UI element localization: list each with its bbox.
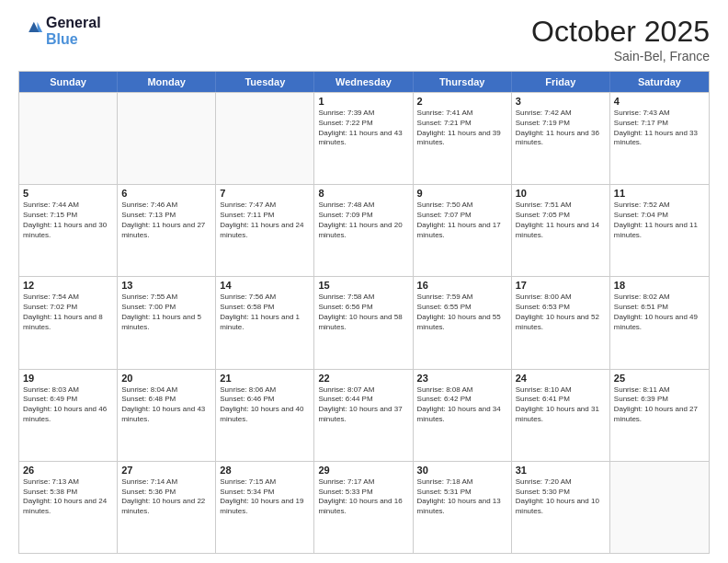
cell-text: Sunrise: 7:41 AM Sunset: 7:21 PM Dayligh… — [417, 109, 507, 148]
cell-text: Sunrise: 7:50 AM Sunset: 7:07 PM Dayligh… — [417, 201, 507, 240]
calendar-cell: 15Sunrise: 7:58 AM Sunset: 6:56 PM Dayli… — [314, 277, 413, 368]
calendar-cell: 26Sunrise: 7:13 AM Sunset: 5:38 PM Dayli… — [19, 462, 118, 553]
calendar-cell: 27Sunrise: 7:14 AM Sunset: 5:36 PM Dayli… — [118, 462, 216, 553]
day-number: 15 — [318, 280, 408, 291]
calendar-cell — [118, 93, 216, 184]
calendar-cell: 23Sunrise: 8:08 AM Sunset: 6:42 PM Dayli… — [414, 370, 512, 461]
month-title: October 2025 — [531, 15, 710, 49]
cell-text: Sunrise: 7:18 AM Sunset: 5:31 PM Dayligh… — [417, 477, 507, 517]
day-number: 13 — [121, 280, 211, 291]
page: General Blue October 2025 Sain-Bel, Fran… — [0, 0, 728, 563]
day-number: 10 — [516, 188, 606, 199]
calendar-cell: 31Sunrise: 7:20 AM Sunset: 5:30 PM Dayli… — [512, 462, 610, 553]
calendar-header: SundayMondayTuesdayWednesdayThursdayFrid… — [19, 72, 709, 92]
calendar-cell: 30Sunrise: 7:18 AM Sunset: 5:31 PM Dayli… — [414, 462, 512, 553]
calendar-cell: 8Sunrise: 7:48 AM Sunset: 7:09 PM Daylig… — [314, 185, 413, 276]
cell-text: Sunrise: 8:10 AM Sunset: 6:41 PM Dayligh… — [516, 385, 606, 425]
calendar-cell: 7Sunrise: 7:47 AM Sunset: 7:11 PM Daylig… — [216, 185, 314, 276]
calendar-cell: 11Sunrise: 7:52 AM Sunset: 7:04 PM Dayli… — [610, 185, 709, 276]
calendar-cell: 1Sunrise: 7:39 AM Sunset: 7:22 PM Daylig… — [314, 93, 413, 184]
weekday-header: Tuesday — [216, 72, 314, 92]
header: General Blue October 2025 Sain-Bel, Fran… — [18, 15, 710, 63]
day-number: 7 — [220, 188, 310, 199]
calendar-row: 19Sunrise: 8:03 AM Sunset: 6:49 PM Dayli… — [19, 369, 709, 461]
day-number: 19 — [23, 373, 113, 384]
title-block: October 2025 Sain-Bel, France — [531, 15, 710, 63]
cell-text: Sunrise: 7:54 AM Sunset: 7:02 PM Dayligh… — [23, 293, 113, 332]
weekday-header: Thursday — [414, 72, 512, 92]
day-number: 17 — [516, 280, 606, 291]
weekday-header: Saturday — [610, 72, 709, 92]
calendar-row: 26Sunrise: 7:13 AM Sunset: 5:38 PM Dayli… — [19, 461, 709, 553]
cell-text: Sunrise: 7:47 AM Sunset: 7:11 PM Dayligh… — [220, 201, 310, 240]
day-number: 24 — [516, 373, 606, 384]
cell-text: Sunrise: 7:44 AM Sunset: 7:15 PM Dayligh… — [23, 201, 113, 240]
weekday-header: Monday — [118, 72, 216, 92]
day-number: 30 — [417, 465, 507, 476]
calendar-cell: 5Sunrise: 7:44 AM Sunset: 7:15 PM Daylig… — [19, 185, 118, 276]
logo-line2: Blue — [46, 31, 101, 48]
calendar-cell: 16Sunrise: 7:59 AM Sunset: 6:55 PM Dayli… — [414, 277, 512, 368]
calendar-cell: 2Sunrise: 7:41 AM Sunset: 7:21 PM Daylig… — [414, 93, 512, 184]
cell-text: Sunrise: 7:17 AM Sunset: 5:33 PM Dayligh… — [318, 477, 408, 517]
cell-text: Sunrise: 8:00 AM Sunset: 6:53 PM Dayligh… — [516, 293, 606, 332]
calendar-cell: 17Sunrise: 8:00 AM Sunset: 6:53 PM Dayli… — [512, 277, 610, 368]
calendar-cell: 9Sunrise: 7:50 AM Sunset: 7:07 PM Daylig… — [414, 185, 512, 276]
day-number: 4 — [614, 96, 705, 107]
cell-text: Sunrise: 7:14 AM Sunset: 5:36 PM Dayligh… — [121, 477, 211, 517]
logo-icon — [18, 18, 44, 44]
calendar-cell: 28Sunrise: 7:15 AM Sunset: 5:34 PM Dayli… — [216, 462, 314, 553]
cell-text: Sunrise: 7:48 AM Sunset: 7:09 PM Dayligh… — [318, 201, 408, 240]
calendar-cell: 18Sunrise: 8:02 AM Sunset: 6:51 PM Dayli… — [610, 277, 709, 368]
day-number: 26 — [23, 465, 113, 476]
day-number: 12 — [23, 280, 113, 291]
weekday-header: Wednesday — [314, 72, 413, 92]
calendar-row: 1Sunrise: 7:39 AM Sunset: 7:22 PM Daylig… — [19, 92, 709, 184]
calendar-cell: 29Sunrise: 7:17 AM Sunset: 5:33 PM Dayli… — [314, 462, 413, 553]
day-number: 6 — [121, 188, 211, 199]
cell-text: Sunrise: 7:20 AM Sunset: 5:30 PM Dayligh… — [516, 477, 606, 517]
weekday-header: Sunday — [19, 72, 118, 92]
cell-text: Sunrise: 7:55 AM Sunset: 7:00 PM Dayligh… — [121, 293, 211, 332]
day-number: 5 — [23, 188, 113, 199]
day-number: 2 — [417, 96, 507, 107]
calendar-cell: 13Sunrise: 7:55 AM Sunset: 7:00 PM Dayli… — [118, 277, 216, 368]
logo: General Blue — [18, 15, 101, 47]
calendar-cell: 14Sunrise: 7:56 AM Sunset: 6:58 PM Dayli… — [216, 277, 314, 368]
calendar-cell: 24Sunrise: 8:10 AM Sunset: 6:41 PM Dayli… — [512, 370, 610, 461]
cell-text: Sunrise: 7:13 AM Sunset: 5:38 PM Dayligh… — [23, 477, 113, 517]
calendar-cell — [19, 93, 118, 184]
cell-text: Sunrise: 8:11 AM Sunset: 6:39 PM Dayligh… — [614, 385, 705, 425]
day-number: 25 — [614, 373, 705, 384]
day-number: 8 — [318, 188, 408, 199]
cell-text: Sunrise: 7:15 AM Sunset: 5:34 PM Dayligh… — [220, 477, 310, 517]
day-number: 31 — [516, 465, 606, 476]
cell-text: Sunrise: 8:06 AM Sunset: 6:46 PM Dayligh… — [220, 385, 310, 425]
day-number: 28 — [220, 465, 310, 476]
calendar-cell: 6Sunrise: 7:46 AM Sunset: 7:13 PM Daylig… — [118, 185, 216, 276]
day-number: 11 — [614, 188, 705, 199]
cell-text: Sunrise: 7:51 AM Sunset: 7:05 PM Dayligh… — [516, 201, 606, 240]
cell-text: Sunrise: 7:59 AM Sunset: 6:55 PM Dayligh… — [417, 293, 507, 332]
logo-line1: General — [46, 15, 101, 31]
calendar-cell: 12Sunrise: 7:54 AM Sunset: 7:02 PM Dayli… — [19, 277, 118, 368]
calendar-cell: 22Sunrise: 8:07 AM Sunset: 6:44 PM Dayli… — [314, 370, 413, 461]
cell-text: Sunrise: 7:42 AM Sunset: 7:19 PM Dayligh… — [516, 109, 606, 148]
cell-text: Sunrise: 7:39 AM Sunset: 7:22 PM Dayligh… — [318, 109, 408, 148]
calendar-cell: 3Sunrise: 7:42 AM Sunset: 7:19 PM Daylig… — [512, 93, 610, 184]
calendar-row: 12Sunrise: 7:54 AM Sunset: 7:02 PM Dayli… — [19, 276, 709, 368]
day-number: 1 — [318, 96, 408, 107]
day-number: 14 — [220, 280, 310, 291]
cell-text: Sunrise: 7:58 AM Sunset: 6:56 PM Dayligh… — [318, 293, 408, 332]
location-subtitle: Sain-Bel, France — [531, 49, 710, 63]
calendar-body: 1Sunrise: 7:39 AM Sunset: 7:22 PM Daylig… — [19, 92, 709, 553]
cell-text: Sunrise: 8:03 AM Sunset: 6:49 PM Dayligh… — [23, 385, 113, 425]
cell-text: Sunrise: 8:02 AM Sunset: 6:51 PM Dayligh… — [614, 293, 705, 332]
calendar-cell: 21Sunrise: 8:06 AM Sunset: 6:46 PM Dayli… — [216, 370, 314, 461]
day-number: 9 — [417, 188, 507, 199]
calendar: SundayMondayTuesdayWednesdayThursdayFrid… — [18, 71, 710, 554]
cell-text: Sunrise: 7:46 AM Sunset: 7:13 PM Dayligh… — [121, 201, 211, 240]
calendar-cell: 25Sunrise: 8:11 AM Sunset: 6:39 PM Dayli… — [610, 370, 709, 461]
day-number: 18 — [614, 280, 705, 291]
day-number: 27 — [121, 465, 211, 476]
